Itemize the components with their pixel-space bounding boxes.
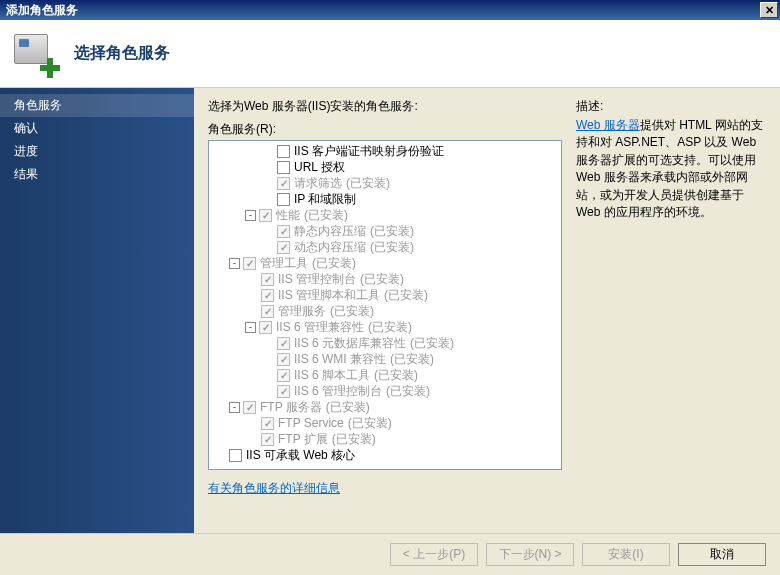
node-label: IIS 6 WMI 兼容性: [294, 351, 386, 368]
role-services-tree[interactable]: IIS 客户端证书映射身份验证URL 授权请求筛选(已安装)IP 和域限制-性能…: [208, 140, 562, 470]
tree-node: -IIS 6 管理兼容性(已安装): [213, 319, 557, 335]
node-status: (已安装): [304, 207, 348, 224]
expand-toggle[interactable]: -: [229, 258, 240, 269]
node-status: (已安装): [370, 223, 414, 240]
node-label: 静态内容压缩: [294, 223, 366, 240]
prev-button: < 上一步(P): [390, 543, 478, 566]
checkbox[interactable]: [229, 449, 242, 462]
node-label: IIS 6 元数据库兼容性: [294, 335, 406, 352]
node-status: (已安装): [368, 319, 412, 336]
node-status: (已安装): [374, 367, 418, 384]
node-status: (已安装): [332, 431, 376, 448]
node-label: 管理服务: [278, 303, 326, 320]
node-status: (已安装): [360, 271, 404, 288]
sidebar-item[interactable]: 进度: [0, 140, 194, 163]
checkbox: [277, 353, 290, 366]
tree-node: IIS 管理控制台(已安装): [213, 271, 557, 287]
expand-toggle[interactable]: -: [245, 322, 256, 333]
sidebar-item[interactable]: 角色服务: [0, 94, 194, 117]
node-status: (已安装): [384, 287, 428, 304]
description-text: 提供对 HTML 网站的支持和对 ASP.NET、ASP 以及 Web 服务器扩…: [576, 118, 763, 219]
checkbox: [261, 289, 274, 302]
node-label: FTP Service: [278, 416, 344, 430]
tree-node: IIS 6 管理控制台(已安装): [213, 383, 557, 399]
node-status: (已安装): [346, 175, 390, 192]
description-body: Web 服务器提供对 HTML 网站的支持和对 ASP.NET、ASP 以及 W…: [576, 117, 766, 221]
page-title: 选择角色服务: [74, 43, 170, 64]
node-status: (已安装): [370, 239, 414, 256]
titlebar: 添加角色服务 ✕: [0, 0, 780, 20]
web-server-link[interactable]: Web 服务器: [576, 118, 640, 132]
tree-node: IIS 6 脚本工具(已安装): [213, 367, 557, 383]
node-label: IIS 管理脚本和工具: [278, 287, 380, 304]
checkbox: [277, 241, 290, 254]
node-status: (已安装): [312, 255, 356, 272]
description-heading: 描述:: [576, 98, 766, 115]
wizard-header: 选择角色服务: [0, 20, 780, 88]
tree-node: IIS 客户端证书映射身份验证: [213, 143, 557, 159]
node-label: FTP 扩展: [278, 431, 328, 448]
server-add-icon: [14, 32, 58, 76]
node-label: IIS 客户端证书映射身份验证: [294, 143, 444, 160]
node-label: 请求筛选: [294, 175, 342, 192]
node-label: URL 授权: [294, 159, 345, 176]
node-label: FTP 服务器: [260, 399, 322, 416]
expand-toggle[interactable]: -: [229, 402, 240, 413]
tree-node: -FTP 服务器(已安装): [213, 399, 557, 415]
node-label: 管理工具: [260, 255, 308, 272]
node-status: (已安装): [326, 399, 370, 416]
tree-node: -性能(已安装): [213, 207, 557, 223]
tree-node: 静态内容压缩(已安装): [213, 223, 557, 239]
sidebar-item[interactable]: 确认: [0, 117, 194, 140]
checkbox: [261, 417, 274, 430]
sidebar-item[interactable]: 结果: [0, 163, 194, 186]
expand-toggle[interactable]: -: [245, 210, 256, 221]
roles-label: 角色服务(R):: [208, 121, 562, 138]
checkbox: [277, 337, 290, 350]
checkbox: [243, 257, 256, 270]
tree-node: 动态内容压缩(已安装): [213, 239, 557, 255]
node-label: IIS 6 管理控制台: [294, 383, 382, 400]
tree-node: IIS 6 元数据库兼容性(已安装): [213, 335, 557, 351]
tree-node: IP 和域限制: [213, 191, 557, 207]
tree-node: IIS 可承载 Web 核心: [213, 447, 557, 463]
tree-node: FTP 扩展(已安装): [213, 431, 557, 447]
next-button: 下一步(N) >: [486, 543, 574, 566]
tree-node: URL 授权: [213, 159, 557, 175]
checkbox: [277, 385, 290, 398]
node-status: (已安装): [386, 383, 430, 400]
node-label: IIS 6 管理兼容性: [276, 319, 364, 336]
install-button: 安装(I): [582, 543, 670, 566]
node-status: (已安装): [348, 415, 392, 432]
checkbox: [277, 225, 290, 238]
more-info-link[interactable]: 有关角色服务的详细信息: [208, 481, 340, 495]
node-label: IIS 管理控制台: [278, 271, 356, 288]
cancel-button[interactable]: 取消: [678, 543, 766, 566]
checkbox: [277, 369, 290, 382]
checkbox: [261, 433, 274, 446]
tree-node: 请求筛选(已安装): [213, 175, 557, 191]
tree-node: IIS 6 WMI 兼容性(已安装): [213, 351, 557, 367]
node-status: (已安装): [410, 335, 454, 352]
checkbox: [261, 273, 274, 286]
checkbox: [259, 209, 272, 222]
checkbox: [261, 305, 274, 318]
checkbox: [277, 177, 290, 190]
checkbox[interactable]: [277, 145, 290, 158]
instruction-text: 选择为Web 服务器(IIS)安装的角色服务:: [208, 98, 562, 115]
node-status: (已安装): [330, 303, 374, 320]
node-label: IIS 可承载 Web 核心: [246, 447, 355, 464]
checkbox[interactable]: [277, 161, 290, 174]
window-title: 添加角色服务: [6, 2, 760, 19]
tree-node: FTP Service(已安装): [213, 415, 557, 431]
wizard-footer: < 上一步(P) 下一步(N) > 安装(I) 取消: [0, 533, 780, 575]
checkbox[interactable]: [277, 193, 290, 206]
sidebar: 角色服务确认进度结果: [0, 88, 194, 533]
close-button[interactable]: ✕: [760, 2, 778, 18]
checkbox: [259, 321, 272, 334]
tree-node: 管理服务(已安装): [213, 303, 557, 319]
node-status: (已安装): [390, 351, 434, 368]
tree-node: -管理工具(已安装): [213, 255, 557, 271]
node-label: 动态内容压缩: [294, 239, 366, 256]
node-label: IIS 6 脚本工具: [294, 367, 370, 384]
